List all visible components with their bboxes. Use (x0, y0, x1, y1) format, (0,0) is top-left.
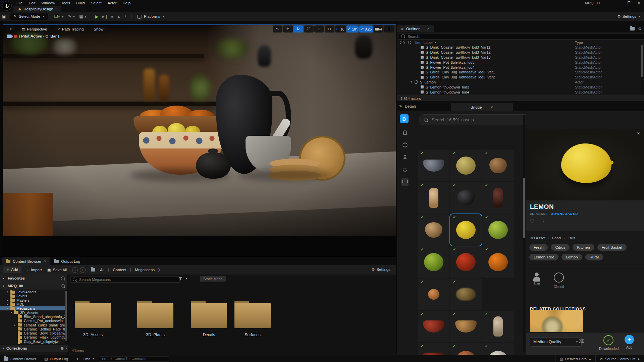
asset-tile[interactable]: ✓ (418, 150, 449, 181)
tab-bridge[interactable]: Bridge ✕ (451, 103, 513, 111)
table-row[interactable]: S_Drink_Coaster_ug4lfjkjw_lod3_Var12 Sta… (397, 50, 639, 55)
table-row[interactable]: S_Large_Clay_Jug_udtheeava_lod3_Var2 Sta… (397, 75, 639, 80)
table-row[interactable]: S_Large_Clay_Jug_udtheeava_lod3_Var1 Sta… (397, 70, 639, 75)
asset-tile[interactable]: ✓ (450, 182, 482, 214)
tree-item[interactable]: Ceramic_Bowl_tltkbaahw (0, 331, 65, 335)
add-button[interactable]: + Add (3, 266, 21, 273)
table-row[interactable]: S_Flower_Pot_tlulehkva_lod4 StaticMeshAc… (397, 65, 639, 70)
menu-item[interactable]: Actor (105, 1, 119, 5)
asset-tile[interactable]: ✓ (418, 246, 449, 278)
save-all-button[interactable]: ▣Save All (47, 267, 67, 272)
breadcrumb-item[interactable]: All (100, 268, 104, 272)
console-input[interactable] (101, 357, 167, 361)
expand-arrow-icon[interactable]: ▾ (411, 80, 415, 83)
column-item-label[interactable]: Item Label (415, 41, 432, 45)
tag-pill[interactable]: Citrus (551, 244, 570, 251)
tree-item[interactable]: ▾ 3D_Assets (0, 310, 65, 314)
rotate-tool-button[interactable]: ↻ (293, 25, 303, 33)
folder-tile[interactable]: 3D_Assets (71, 301, 115, 337)
tag-pill[interactable]: Kitchen (573, 244, 594, 251)
quality-select[interactable]: Medium Quality ▼ (530, 337, 582, 347)
platforms-dropdown[interactable]: Platforms ▼ (137, 14, 165, 18)
forward-button[interactable]: › (80, 267, 86, 273)
minimize-button[interactable]: ─ (614, 0, 624, 6)
outliner-scrollbar[interactable] (641, 45, 643, 95)
maximize-viewport-button[interactable]: ⊞ (384, 25, 394, 33)
rendered-scene[interactable] (3, 25, 396, 256)
downloaded-button[interactable]: ✓ Downloaded (599, 335, 618, 351)
profile-icon[interactable] (401, 154, 409, 161)
path-folder[interactable] (91, 268, 95, 272)
menu-item[interactable]: Help (120, 1, 133, 5)
tree-item[interactable]: ▾ Megascans (0, 306, 65, 310)
asset-tile[interactable]: ✓ (450, 150, 482, 181)
console-command-field[interactable] (99, 356, 169, 362)
column-type[interactable]: Type (575, 41, 583, 45)
table-row[interactable]: S_Flower_Pot_tlulehkva_lod3 StaticMeshAc… (397, 60, 639, 65)
folder-tile[interactable]: Surfaces (231, 301, 274, 337)
close-icon[interactable]: ✕ (44, 260, 47, 263)
derived-data-button[interactable]: ▤ Derived Data ▲ (555, 355, 595, 362)
outliner-search-input[interactable] (407, 34, 644, 39)
stop-pilot-icon[interactable] (14, 35, 17, 38)
category-crumb[interactable]: 3D Asset (530, 236, 545, 240)
search-input[interactable] (78, 277, 177, 282)
menu-item[interactable]: File (14, 1, 25, 5)
select-mode-dropdown[interactable]: ↖ Select Mode ▼ (10, 13, 48, 20)
move-tool-button[interactable]: ✛ (283, 25, 293, 33)
tab-level-hospitalitydesign[interactable]: HospitalityDesign* (13, 6, 61, 12)
add-asset-button[interactable]: + Add (623, 335, 636, 349)
tree-arrow-icon[interactable]: ▸ (7, 303, 10, 306)
project-root-header[interactable]: ▾ MRQ_00 (0, 282, 67, 290)
tab-details[interactable]: ✎ Details (399, 104, 417, 109)
asset-tile[interactable]: ✓ (482, 279, 514, 310)
tab-outliner[interactable]: ≡ Outliner ✕ (397, 25, 434, 32)
rotation-snap-button[interactable]: ∠ 10° (346, 25, 359, 33)
new-folder-icon[interactable] (630, 27, 635, 31)
collections-header[interactable]: ▸ Collections ⊕ (0, 344, 73, 352)
breadcrumb-item[interactable]: Megascans (135, 268, 155, 272)
menu-item[interactable]: Tools (59, 1, 72, 5)
save-icon[interactable]: ▣ (0, 14, 8, 19)
tag-pill[interactable]: Lemon Tree (529, 254, 558, 260)
outliner-search-field[interactable] (399, 33, 644, 40)
kebab-menu-icon[interactable]: ⋮ (542, 219, 546, 224)
scale-tool-button[interactable]: ⛶ (304, 25, 314, 33)
menu-item[interactable]: Select (89, 1, 104, 5)
view-mode-dropdown[interactable]: ↗Path Tracing (53, 25, 87, 33)
world-space-button[interactable]: ⊕ (314, 25, 324, 33)
collapse-arrow-icon[interactable]: ▾ (3, 285, 5, 288)
import-button[interactable]: ↓Import (27, 268, 42, 272)
tree-item[interactable]: Ceramic_Bottles_Pack_tlhf (0, 327, 65, 331)
favorites-heart-icon[interactable] (401, 166, 409, 173)
tag-pill[interactable]: Fresh (529, 244, 548, 251)
camera-icon[interactable] (7, 35, 12, 38)
tree-item[interactable]: Cactus_Pot_uenkeewfa (0, 319, 65, 323)
maximize-button[interactable]: ❐ (624, 0, 634, 6)
category-crumb[interactable]: Fruit (568, 236, 575, 240)
asset-tile[interactable]: ✓ (482, 182, 514, 214)
add-actor-button[interactable]: ❒+ ▼ (52, 14, 66, 19)
output-log-button[interactable]: ▤ Output Log (40, 355, 72, 362)
tree-item[interactable]: Bike_Stand_uhcgehnfa_3d (0, 315, 65, 319)
select-tool-button[interactable]: ↖ (273, 25, 282, 33)
breadcrumb-item[interactable]: Content (113, 268, 126, 272)
add-collection-icon[interactable]: ⊕ (60, 346, 64, 351)
asset-tile[interactable]: ✓ (482, 311, 514, 342)
asset-tile[interactable]: ✓ (482, 214, 514, 246)
cinematics-button[interactable]: ▦ ▼ (77, 14, 89, 19)
blueprints-button[interactable]: ✎ ▼ (66, 14, 77, 19)
table-row[interactable]: S_Drink_Coaster_ug4lfjkjw_lod3_Var13 Sta… (397, 55, 639, 60)
asset-tile[interactable]: ✓ (418, 214, 449, 246)
cmd-dropdown[interactable]: ❯_ Cmd ▼ (72, 355, 99, 362)
tree-scrollbar[interactable] (65, 290, 67, 350)
search-icon[interactable] (61, 277, 65, 280)
globe-icon[interactable] (401, 141, 409, 148)
favorites-header[interactable]: ▸ Favorites (0, 275, 67, 282)
tree-item[interactable]: Clay_Bowl_uikgefyjw (0, 340, 65, 344)
menu-item[interactable]: Edit (26, 1, 38, 5)
asset-search-field[interactable] (70, 276, 180, 283)
folder-tile[interactable]: 3D_Plants (133, 301, 177, 337)
folder-tile[interactable]: Decals (187, 301, 231, 337)
content-browser-settings[interactable]: ⚙ Settings (371, 267, 390, 272)
